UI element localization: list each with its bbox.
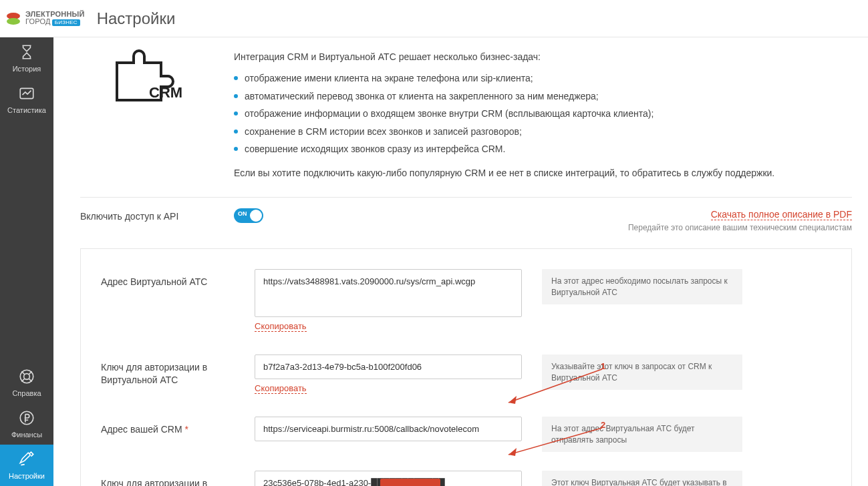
api-toggle[interactable]: ON [234, 208, 263, 223]
vats-address-input[interactable] [255, 269, 522, 317]
section-divider [80, 197, 852, 198]
brand-logo: ЭЛЕКТРОННЫЙ ГОРОДБИЗНЕС [5, 11, 85, 27]
intro-bullets: отображение имени клиента на экране теле… [234, 71, 852, 156]
api-access-label: Включить доступ к API [80, 208, 214, 222]
logo-text: ЭЛЕКТРОННЫЙ ГОРОДБИЗНЕС [25, 11, 85, 26]
svg-marker-9 [509, 396, 517, 404]
crm-puzzle-icon: CRM [80, 49, 214, 181]
intro-bullet: отображение информации о входящем звонке… [234, 106, 852, 121]
sidebar-item-label: Настройки [9, 472, 45, 480]
app-header: ЭЛЕКТРОННЫЙ ГОРОДБИЗНЕС Настройки [0, 0, 868, 37]
sidebar-item-label: Финансы [11, 431, 42, 439]
sidebar-item-stats[interactable]: Статистика [0, 79, 53, 120]
field-hint: Указывайте этот ключ в запросах от CRM к… [542, 354, 742, 391]
logo-icon [5, 11, 21, 27]
form-row-crm-key: Ключ для авторизации в вашей CRM * Этот … [101, 471, 831, 486]
intro-bullet: совершение исходящих звонков сразу из ин… [234, 142, 852, 156]
field-hint: Этот ключ Виртуальная АТС будет указыват… [542, 471, 742, 486]
field-label: Адрес Виртуальной АТС [101, 269, 235, 289]
lifebuoy-icon [18, 368, 35, 387]
intro-lead: Интеграция CRM и Виртуальной АТС решает … [234, 49, 852, 64]
chart-icon [18, 85, 35, 103]
tools-icon [18, 451, 35, 469]
form-row-vats-address: Адрес Виртуальной АТС Скопировать На это… [101, 269, 831, 332]
sidebar-item-settings[interactable]: Настройки [0, 445, 53, 486]
sidebar: История Статистика Справка Финансы [0, 37, 53, 486]
api-form: Адрес Виртуальной АТС Скопировать На это… [80, 248, 852, 486]
intro-text: Интеграция CRM и Виртуальной АТС решает … [234, 49, 852, 181]
field-hint: На этот адрес необходимо посылать запрос… [542, 269, 742, 305]
crm-key-input[interactable] [255, 471, 522, 486]
sidebar-item-label: Статистика [7, 106, 46, 114]
field-label: Ключ для авторизации в вашей CRM * [101, 471, 235, 486]
intro-section: CRM Интеграция CRM и Виртуальной АТС реш… [80, 49, 852, 181]
download-pdf-subtext: Передайте это описание вашим техническим… [628, 223, 852, 232]
sidebar-item-label: Справка [12, 389, 41, 397]
sidebar-item-finance[interactable]: Финансы [0, 403, 53, 445]
hourglass-icon [18, 43, 35, 62]
field-label: Адрес вашей CRM * [101, 417, 235, 437]
field-label: Ключ для авторизации в Виртуальной АТС [101, 354, 235, 387]
intro-bullet: автоматический перевод звонка от клиента… [234, 89, 852, 103]
download-pdf-link[interactable]: Скачать полное описание в PDF [711, 209, 852, 220]
intro-bullet: сохранение в CRM истории всех звонков и … [234, 124, 852, 139]
form-row-vats-key: Ключ для авторизации в Виртуальной АТС С… [101, 354, 831, 394]
intro-bullet: отображение имени клиента на экране теле… [234, 71, 852, 85]
page-title: Настройки [97, 9, 176, 28]
field-hint: На этот адрес Виртуальная АТС будет отпр… [542, 417, 742, 453]
svg-point-4 [24, 374, 30, 380]
vats-key-input[interactable] [255, 354, 522, 379]
svg-point-1 [7, 18, 20, 25]
crm-address-input[interactable] [255, 417, 522, 441]
api-access-row: Включить доступ к API ON Скачать полное … [80, 208, 852, 232]
intro-note: Если вы хотите подключить какую-либо поп… [234, 166, 852, 180]
sidebar-item-help[interactable]: Справка [0, 362, 53, 403]
form-row-crm-address: Адрес вашей CRM * На этот адрес Виртуаль… [101, 417, 831, 453]
ruble-icon [18, 409, 35, 428]
copy-button[interactable]: Скопировать [255, 383, 307, 394]
content-area: CRM Интеграция CRM и Виртуальной АТС реш… [53, 37, 868, 486]
sidebar-item-label: История [13, 65, 41, 73]
sidebar-item-history[interactable]: История [0, 37, 53, 79]
svg-text:CRM: CRM [149, 84, 182, 101]
copy-button[interactable]: Скопировать [255, 321, 307, 332]
